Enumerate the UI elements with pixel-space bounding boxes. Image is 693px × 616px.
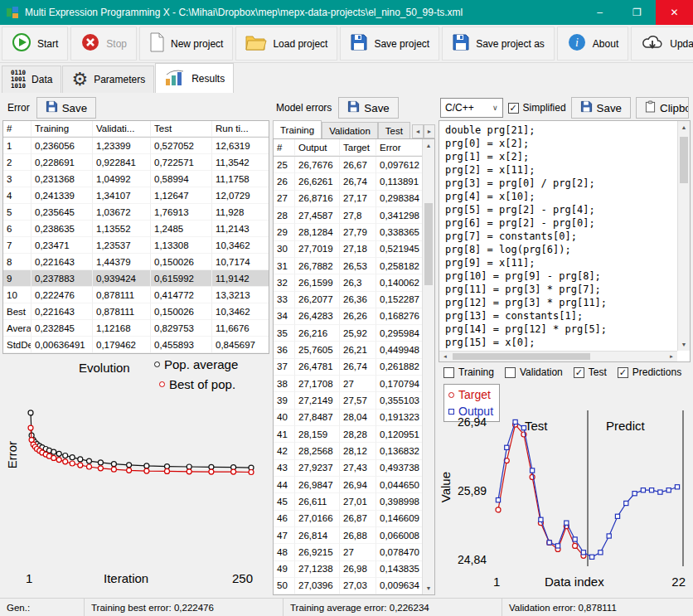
model-errors-table-row[interactable]: 4426,984726,940,044650 — [274, 477, 422, 493]
error-table-row[interactable]: 10,2360561,233990,52705212,6319 — [3, 138, 269, 154]
model-errors-table-row[interactable]: 4826,9215270,078470 — [274, 544, 422, 560]
column-header[interactable]: Training — [32, 121, 93, 137]
tab-validation[interactable]: Validation — [322, 122, 378, 138]
model-errors-table-row[interactable]: 4027,848728,040,191323 — [274, 410, 422, 426]
model-errors-table-row[interactable]: 2726,871627,170,298384 — [274, 191, 422, 207]
stop-icon — [80, 32, 100, 55]
model-errors-table-row[interactable]: 4927,123826,980,143835 — [274, 561, 422, 578]
model-errors-table-row[interactable]: 3927,214927,570,355103 — [274, 392, 422, 409]
checkbox-box[interactable] — [505, 367, 516, 378]
scroll-right-icon[interactable]: ► — [666, 352, 677, 361]
predictions-checkbox[interactable]: ✓ Predictions — [618, 366, 681, 378]
column-header[interactable]: Validati... — [93, 121, 151, 137]
column-header[interactable]: Run ti... — [212, 121, 269, 137]
training-checkbox[interactable]: Training — [443, 366, 494, 378]
scroll-down-icon[interactable]: ▼ — [678, 338, 690, 351]
tab-scroll-left-icon[interactable]: ◄ — [412, 124, 424, 138]
scroll-left-icon[interactable]: ◄ — [439, 352, 451, 361]
model-errors-table-row[interactable]: 3226,159926,30,140062 — [274, 274, 422, 291]
save-model-errors-button[interactable]: Save — [338, 97, 398, 119]
about-button[interactable]: i About — [557, 27, 628, 61]
error-table-row[interactable]: 70,234711,235371,1330810,3462 — [3, 237, 269, 254]
new-project-button[interactable]: New project — [139, 27, 233, 61]
titlebar[interactable]: Multi Expression Programming X - C:\Miha… — [0, 0, 693, 25]
stop-button[interactable]: Stop — [70, 27, 137, 61]
column-header[interactable]: Output — [295, 139, 340, 156]
tab-data[interactable]: 0110 1001 1010 Data — [2, 65, 61, 93]
start-button[interactable]: Start — [2, 27, 68, 61]
checkbox-box[interactable]: ✓ — [508, 103, 519, 114]
model-errors-table-row[interactable]: 5027,039627,030,009634 — [274, 578, 422, 594]
checkbox-box[interactable]: ✓ — [618, 367, 628, 378]
tab-parameters[interactable]: ⚙ Parameters — [62, 65, 154, 93]
error-table-row[interactable]: Average0,2328451,121680,82975311,6676 — [3, 320, 269, 337]
code-h-scrollbar[interactable]: ◄ ► — [439, 351, 677, 361]
model-errors-table-row[interactable]: 4327,923727,430,493738 — [274, 460, 422, 477]
save-code-button[interactable]: Save — [571, 97, 631, 119]
simplified-checkbox[interactable]: ✓ Simplified — [508, 102, 566, 114]
checkbox-box[interactable]: ✓ — [574, 367, 584, 378]
error-table-row[interactable]: 40,2413391,341071,1264712,0729 — [3, 187, 269, 204]
model-errors-table-row[interactable]: 4526,61127,010,398998 — [274, 493, 422, 510]
column-header[interactable]: # — [3, 121, 32, 137]
model-errors-table-row[interactable]: 2626,626126,740,113891 — [274, 173, 422, 190]
model-errors-scrollbar[interactable]: ▲ ▼ — [422, 139, 434, 594]
model-errors-table-row[interactable]: 4228,256828,120,136832 — [274, 443, 422, 459]
column-header[interactable]: Error — [376, 139, 422, 156]
scrollbar-thumb[interactable] — [453, 353, 590, 360]
column-header[interactable]: Test — [151, 121, 212, 137]
model-errors-table-row[interactable]: 3126,788226,530,258182 — [274, 258, 422, 274]
code-scrollbar[interactable]: ▲ ▼ — [677, 121, 690, 351]
tab-scroll-right-icon[interactable]: ► — [424, 124, 435, 138]
tab-results[interactable]: Results — [155, 63, 234, 93]
minimize-button[interactable]: – — [581, 0, 618, 25]
model-errors-table-row[interactable]: 3827,1708270,170794 — [274, 376, 422, 392]
scrollbar-thumb[interactable] — [680, 137, 688, 182]
column-header[interactable]: Target — [340, 139, 376, 156]
error-table-row[interactable]: 30,2313681,049920,5899411,1758 — [3, 171, 269, 187]
error-table-row[interactable]: 50,2356451,036721,7691311,928 — [3, 204, 269, 221]
validation-checkbox[interactable]: Validation — [505, 366, 563, 378]
load-project-button[interactable]: Load project — [235, 27, 337, 61]
save-errors-button[interactable]: Save — [36, 97, 96, 119]
scrollbar-thumb[interactable] — [424, 203, 433, 285]
model-errors-table-row[interactable]: 3625,760526,210,449948 — [274, 342, 422, 358]
error-table-row[interactable]: 90,2378830,9394240,61599211,9142 — [3, 270, 269, 287]
language-select[interactable]: C/C++ ∨ — [440, 98, 503, 118]
model-errors-table-row[interactable]: 4128,15928,280,120951 — [274, 426, 422, 443]
model-errors-table-row[interactable]: 3027,701927,180,521945 — [274, 241, 422, 258]
model-errors-table-row[interactable]: 4627,016626,870,146609 — [274, 511, 422, 527]
error-table-row[interactable]: 80,2216431,443790,15002610,7174 — [3, 254, 269, 270]
model-errors-table-row[interactable]: 3426,428326,260,168276 — [274, 308, 422, 325]
save-project-button[interactable]: Save project — [340, 27, 439, 61]
model-errors-table-row[interactable]: 4726,81426,880,066008 — [274, 527, 422, 544]
model-errors-table-row[interactable]: 2827,458727,80,341298 — [274, 207, 422, 224]
scroll-down-icon[interactable]: ▼ — [423, 582, 434, 594]
error-table-row[interactable]: 60,2386351,135521,248511,2143 — [3, 221, 269, 237]
error-table-row[interactable]: StdDev0,006364910,1794620,4558930,845697 — [3, 337, 269, 353]
close-button[interactable]: ✕ — [656, 0, 693, 25]
cell: 4 — [3, 187, 32, 204]
scroll-up-icon[interactable]: ▲ — [423, 139, 434, 152]
error-table-row[interactable]: 20,2286910,9228410,72257111,3542 — [3, 154, 269, 171]
test-checkbox[interactable]: ✓ Test — [574, 366, 607, 378]
tab-test[interactable]: Test — [378, 122, 410, 138]
model-errors-table-row[interactable]: 2928,128427,790,338365 — [274, 224, 422, 240]
maximize-button[interactable]: ❐ — [618, 0, 656, 25]
column-header[interactable]: # — [274, 139, 295, 156]
model-errors-table-row[interactable]: 3326,207726,360,152287 — [274, 292, 422, 308]
model-errors-table-row[interactable]: 2526,767626,670,097612 — [274, 157, 422, 173]
model-errors-table-row[interactable]: 3526,21625,920,295984 — [274, 325, 422, 342]
error-table-row[interactable]: 100,2224760,8781110,41477213,3213 — [3, 287, 269, 303]
error-table: # Training Validati... Test Run ti... 10… — [2, 120, 269, 354]
tab-training[interactable]: Training — [273, 120, 322, 138]
updates-button[interactable]: Updates — [631, 27, 693, 61]
clipboard-button[interactable]: Clipboard — [636, 97, 689, 119]
save-project-as-button[interactable]: Save project as — [442, 27, 555, 61]
cell: 26,36 — [340, 292, 376, 308]
code-line: prg[11] = prg[3] * prg[7]; — [445, 283, 675, 296]
checkbox-box[interactable] — [443, 367, 454, 378]
scroll-up-icon[interactable]: ▲ — [678, 121, 690, 133]
error-table-row[interactable]: Best0,2216430,8781110,15002610,3462 — [3, 303, 269, 320]
model-errors-table-row[interactable]: 3726,478126,740,261882 — [274, 359, 422, 376]
